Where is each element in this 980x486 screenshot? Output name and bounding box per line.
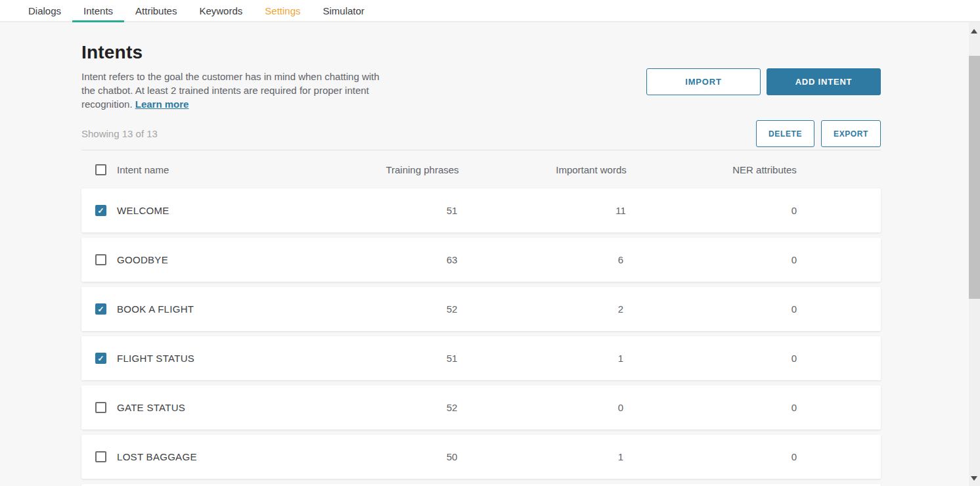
table-row[interactable]: GOODBYE 63 6 0	[81, 238, 881, 282]
row-checkbox[interactable]	[95, 205, 106, 216]
ner-attributes-count: 0	[707, 205, 881, 216]
row-checkbox[interactable]	[95, 402, 106, 413]
row-checkbox-cell	[81, 254, 117, 265]
add-intent-button[interactable]: ADD INTENT	[767, 68, 881, 95]
row-checkbox-cell	[81, 353, 117, 364]
important-words-count: 1	[534, 353, 707, 364]
training-phrases-count: 50	[370, 451, 534, 462]
tab-label: Attributes	[135, 5, 177, 16]
table-row[interactable]: LOST BAGGAGE 50 1 0	[81, 435, 881, 479]
column-header-intent-name: Intent name	[117, 164, 370, 175]
training-phrases-count: 52	[370, 402, 534, 413]
page-description: Intent refers to the goal the customer h…	[81, 70, 385, 111]
active-tab-underline	[72, 20, 124, 22]
intent-name: LOST BAGGAGE	[117, 451, 370, 462]
scrollbar-thumb[interactable]	[969, 56, 980, 299]
delete-button[interactable]: DELETE	[756, 120, 814, 147]
page-description-text: Intent refers to the goal the customer h…	[81, 71, 380, 110]
ner-attributes-count: 0	[707, 254, 881, 265]
intent-name: GATE STATUS	[117, 402, 370, 413]
intent-name: FLIGHT STATUS	[117, 353, 370, 364]
tab-intents[interactable]: Intents	[72, 0, 124, 21]
tab-settings[interactable]: Settings	[254, 0, 311, 21]
important-words-count: 2	[534, 303, 707, 315]
column-header-important-words: Important words	[504, 164, 678, 175]
important-words-count: 0	[534, 402, 707, 413]
learn-more-link[interactable]: Learn more	[135, 99, 189, 110]
table-row[interactable]: GATE STATUS 52 0 0	[81, 386, 881, 430]
intent-name: BOOK A FLIGHT	[117, 303, 370, 315]
intent-name: GOODBYE	[117, 254, 370, 265]
important-words-count: 1	[534, 451, 707, 462]
primary-actions: IMPORT ADD INTENT	[646, 68, 881, 95]
scroll-down-arrow-icon[interactable]	[971, 476, 977, 481]
table-row[interactable]: FLIGHT STATUS 51 1 0	[81, 336, 881, 380]
intent-name: WELCOME	[117, 205, 370, 216]
tab-attributes[interactable]: Attributes	[124, 0, 188, 21]
row-checkbox-cell	[81, 451, 117, 462]
row-checkbox[interactable]	[95, 303, 106, 315]
import-button[interactable]: IMPORT	[646, 68, 761, 95]
training-phrases-count: 51	[370, 205, 534, 216]
column-header-training-phrases: Training phrases	[340, 164, 504, 175]
row-checkbox[interactable]	[95, 353, 106, 364]
column-header-ner-attributes: NER attributes	[678, 164, 851, 175]
row-checkbox-cell	[81, 303, 117, 315]
tab-label: Settings	[265, 5, 300, 16]
tab-keywords[interactable]: Keywords	[188, 0, 254, 21]
table-row[interactable]: BOOK A FLIGHT 52 2 0	[81, 287, 881, 331]
important-words-count: 6	[534, 254, 707, 265]
intent-table-body: WELCOME 51 11 0 GOODBYE 63 6 0 BOOK A FL…	[81, 188, 881, 479]
tab-label: Keywords	[199, 5, 242, 16]
ner-attributes-count: 0	[707, 303, 881, 315]
tab-dialogs[interactable]: Dialogs	[17, 0, 72, 21]
table-header-row: Intent name Training phrases Important w…	[81, 150, 881, 188]
table-row[interactable]: WELCOME 51 11 0	[81, 188, 881, 232]
header-checkbox-cell	[81, 164, 117, 175]
ner-attributes-count: 0	[707, 451, 881, 462]
training-phrases-count: 51	[370, 353, 534, 364]
row-checkbox-cell	[81, 205, 117, 216]
tab-simulator[interactable]: Simulator	[312, 0, 376, 21]
training-phrases-count: 52	[370, 303, 534, 315]
list-toolbar: Showing 13 of 13 DELETE EXPORT	[81, 120, 881, 147]
scroll-up-arrow-icon[interactable]	[971, 29, 977, 33]
page-title: Intents	[81, 42, 881, 63]
important-words-count: 11	[534, 205, 707, 216]
row-checkbox[interactable]	[95, 254, 106, 265]
showing-count-text: Showing 13 of 13	[81, 128, 158, 139]
training-phrases-count: 63	[370, 254, 534, 265]
ner-attributes-count: 0	[707, 353, 881, 364]
row-checkbox[interactable]	[95, 451, 106, 462]
tab-label: Dialogs	[28, 5, 61, 16]
export-button[interactable]: EXPORT	[821, 120, 881, 147]
select-all-checkbox[interactable]	[95, 164, 106, 175]
row-checkbox-cell	[81, 402, 117, 413]
top-navigation: Dialogs Intents Attributes Keywords Sett…	[0, 0, 980, 22]
tab-label: Intents	[83, 5, 113, 16]
list-actions: DELETE EXPORT	[756, 120, 881, 147]
intents-page: Intents Intent refers to the goal the cu…	[81, 22, 881, 486]
vertical-scrollbar[interactable]	[969, 22, 980, 486]
ner-attributes-count: 0	[707, 402, 881, 413]
tab-label: Simulator	[323, 5, 365, 16]
